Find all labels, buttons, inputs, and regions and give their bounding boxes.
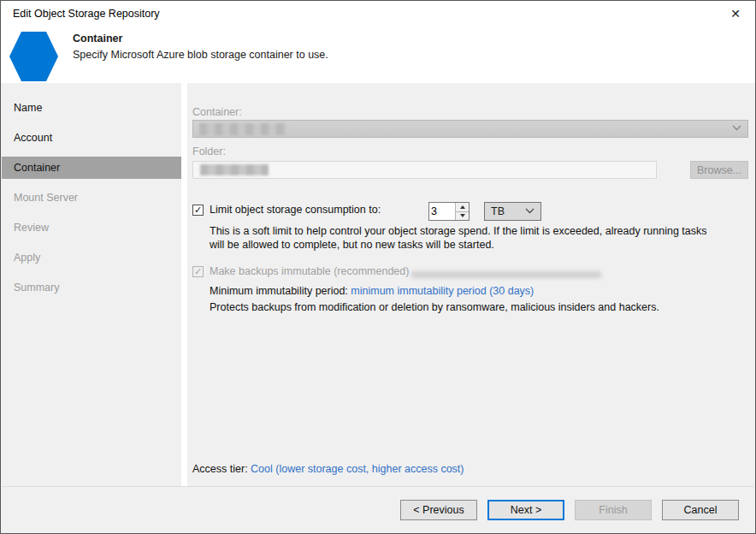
cancel-button-label: Cancel [684, 504, 718, 516]
make-backups-immutable-checkbox[interactable]: ✓ [192, 266, 204, 277]
close-button[interactable]: ✕ [724, 4, 747, 23]
limit-consumption-label: Limit object storage consumption to: [210, 204, 381, 216]
limit-consumption-checkbox[interactable]: ✓ [192, 205, 204, 216]
wizard-steps-sidebar: Name Account Container Mount Server Revi… [2, 83, 181, 486]
limit-unit-dropdown[interactable]: TB [484, 202, 541, 221]
next-button-label: Next > [511, 504, 541, 516]
limit-value-input[interactable] [429, 203, 455, 220]
wizard-content: Container: Folder: Browse... ✓ Limit obj… [187, 83, 756, 486]
folder-field-label: Folder: [192, 145, 226, 157]
browse-button[interactable]: Browse... [690, 161, 748, 179]
browse-button-label: Browse... [697, 164, 741, 176]
sidebar-item-label: Mount Server [14, 192, 78, 204]
azure-hexagon-icon [9, 32, 58, 81]
sidebar-item-label: Review [14, 222, 49, 234]
sidebar-item-mount-server[interactable]: Mount Server [2, 187, 181, 209]
container-field-label: Container: [192, 106, 242, 118]
redaction-smudge [411, 271, 601, 278]
previous-button-label: < Previous [413, 504, 464, 516]
immutability-period-link[interactable]: minimum immutability period (30 days) [351, 285, 534, 297]
spin-down-icon [460, 214, 465, 217]
spinner-buttons [455, 203, 469, 220]
chevron-down-icon [525, 208, 535, 214]
chevron-down-icon [732, 125, 741, 131]
sidebar-item-label: Summary [14, 282, 59, 294]
spin-up-icon [460, 205, 465, 209]
sidebar-item-name[interactable]: Name [2, 97, 181, 119]
sidebar-item-container[interactable]: Container [2, 157, 181, 179]
access-tier-link[interactable]: Cool (lower storage cost, higher access … [251, 463, 464, 475]
container-dropdown[interactable] [192, 120, 748, 138]
sidebar-item-summary[interactable]: Summary [2, 276, 181, 299]
sidebar-item-account[interactable]: Account [2, 127, 181, 149]
previous-button[interactable]: < Previous [400, 500, 477, 520]
immutability-description: Protects backups from modification or de… [210, 301, 659, 313]
immutability-period-label: Minimum immutability period: [210, 285, 351, 297]
limit-description: This is a soft limit to help control you… [210, 224, 723, 252]
finish-button-label: Finish [599, 504, 627, 516]
sidebar-item-label: Container [14, 162, 60, 174]
limit-value-spinner [428, 202, 470, 221]
checkbox-checked-icon: ✓ [194, 205, 202, 215]
wizard-footer: < Previous Next > Finish Cancel [2, 486, 754, 532]
folder-value-redacted [200, 164, 269, 175]
spin-up-button[interactable] [456, 203, 469, 211]
checkbox-checked-icon: ✓ [194, 267, 202, 276]
sidebar-item-label: Apply [14, 252, 40, 264]
next-button[interactable]: Next > [487, 500, 564, 520]
sidebar-item-label: Account [14, 132, 52, 144]
window-title: Edit Object Storage Repository [13, 8, 160, 20]
access-tier-line: Access tier: Cool (lower storage cost, h… [192, 463, 464, 475]
sidebar-item-review[interactable]: Review [2, 217, 181, 239]
immutability-period-line: Minimum immutability period: minimum imm… [210, 285, 534, 297]
cancel-button[interactable]: Cancel [662, 500, 739, 520]
step-subtitle: Specify Microsoft Azure blob storage con… [73, 49, 328, 61]
sidebar-item-label: Name [14, 102, 42, 114]
edit-object-storage-repository-dialog: Edit Object Storage Repository ✕ Contain… [0, 0, 756, 534]
folder-input[interactable] [192, 161, 657, 179]
sidebar-item-apply[interactable]: Apply [2, 246, 181, 269]
finish-button[interactable]: Finish [575, 500, 652, 520]
access-tier-label: Access tier: [192, 463, 251, 475]
step-title: Container [73, 33, 122, 44]
sidebar-content-divider [181, 83, 187, 486]
close-icon: ✕ [730, 7, 741, 21]
spin-down-button[interactable] [456, 211, 469, 221]
container-value-redacted [199, 123, 286, 135]
limit-unit-value: TB [491, 205, 505, 217]
make-backups-immutable-label: Make backups immutable (recommended) [210, 265, 409, 277]
wizard-header: Edit Object Storage Repository ✕ Contain… [1, 1, 755, 83]
